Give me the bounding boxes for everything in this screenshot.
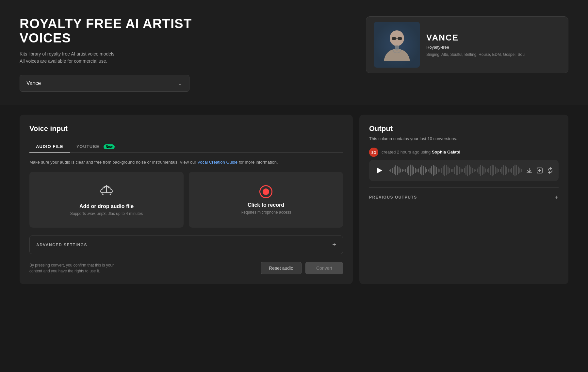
waveform (389, 165, 522, 176)
waveform-bar (421, 165, 422, 175)
record-box[interactable]: Click to record Requires microphone acce… (189, 172, 343, 228)
waveform-bar (464, 168, 465, 173)
svg-text:SG: SG (371, 151, 376, 154)
artist-photo (374, 22, 420, 68)
waveform-bar (472, 168, 473, 173)
waveform-bar (490, 166, 491, 175)
waveform-bar (480, 165, 481, 176)
waveform-bar (416, 169, 417, 172)
waveform-bar (462, 169, 463, 172)
advanced-settings[interactable]: ADVANCED SETTINGS + (29, 235, 343, 254)
waveform-bar (418, 169, 419, 172)
output-title: Output (369, 124, 559, 133)
upload-box[interactable]: Add or drop audio file Supports .wav, .m… (29, 172, 184, 228)
share-button[interactable] (547, 167, 553, 174)
avatar: SG (369, 148, 378, 157)
tab-audio-file[interactable]: AUDIO FILE (29, 141, 70, 152)
waveform-bar (488, 168, 489, 173)
waveform-bar (492, 165, 493, 176)
reset-audio-button[interactable]: Reset audio (261, 262, 302, 274)
waveform-bar (412, 165, 413, 175)
waveform-bar (431, 166, 432, 174)
page-title: ROYALTY FREE AI ARTIST VOICES (20, 16, 209, 45)
waveform-bar (434, 166, 435, 175)
record-dot (263, 188, 269, 195)
waveform-bar (390, 169, 391, 172)
advanced-settings-label: ADVANCED SETTINGS (36, 243, 87, 247)
waveform-bar (436, 167, 437, 174)
waveform-bar (402, 169, 403, 172)
download-button[interactable] (526, 167, 532, 174)
expand-previous-icon: + (555, 194, 559, 201)
input-options: Add or drop audio file Supports .wav, .m… (29, 172, 343, 228)
header-subtitle: Kits library of royalty free AI artist v… (20, 50, 209, 65)
plus-icon: + (332, 241, 336, 249)
waveform-bar (399, 167, 400, 173)
waveform-bar (508, 169, 509, 172)
convert-button[interactable]: Convert (305, 262, 343, 274)
waveform-bar (448, 167, 449, 174)
waveform-bar (415, 168, 416, 173)
waveform-bar (441, 168, 442, 173)
svg-point-2 (390, 30, 404, 46)
artist-card: VANCE Royalty-free Singing, Alto, Soulfu… (366, 16, 568, 73)
waveform-bar (405, 169, 406, 172)
waveform-bar (518, 167, 519, 174)
waveform-bar (500, 169, 501, 172)
waveform-bar (519, 168, 520, 173)
waveform-bar (485, 169, 486, 172)
add-to-playlist-button[interactable] (536, 167, 543, 174)
play-icon (377, 168, 382, 173)
output-description: This column contains your last 10 conver… (369, 136, 559, 141)
waveform-bar (516, 165, 517, 175)
waveform-bar (498, 169, 499, 172)
upload-icon (99, 184, 114, 200)
artist-image (374, 22, 420, 68)
waveform-bar (403, 170, 404, 171)
waveform-bar (420, 167, 421, 174)
waveform-bar (457, 166, 458, 175)
waveform-bar (506, 167, 507, 174)
conversion-meta-text: created 2 hours ago using Sophia Galaté (382, 150, 460, 154)
audio-player (369, 160, 559, 181)
artist-info: VANCE Royalty-free Singing, Alto, Soulfu… (426, 33, 560, 57)
waveform-bar (466, 166, 466, 175)
voice-dropdown[interactable]: Vance ⌄ (20, 75, 189, 92)
waveform-bar (521, 169, 522, 172)
left-header: ROYALTY FREE AI ARTIST VOICES Kits libra… (20, 16, 209, 92)
waveform-bar (413, 167, 414, 174)
waveform-bar (461, 169, 462, 172)
waveform-bar (423, 166, 424, 175)
play-button[interactable] (374, 165, 385, 176)
waveform-bar (410, 165, 411, 176)
waveform-bar (505, 166, 506, 175)
waveform-bar (470, 167, 471, 174)
waveform-bar (511, 168, 512, 173)
previous-outputs[interactable]: PREVIOUS OUTPUTS + (369, 187, 559, 201)
waveform-bar (474, 169, 475, 172)
waveform-bar (444, 165, 445, 176)
output-panel: Output This column contains your last 10… (359, 115, 568, 284)
vocal-guide-link[interactable]: Vocal Creation Guide (197, 160, 237, 165)
artist-badge: Royalty-free (426, 45, 560, 50)
waveform-bar (438, 169, 439, 172)
waveform-bar (439, 169, 440, 172)
artist-name: VANCE (426, 33, 560, 43)
waveform-bar (467, 165, 468, 176)
tab-youtube[interactable]: YOUTUBE New (70, 141, 122, 152)
waveform-bar (400, 169, 401, 172)
upload-box-title: Add or drop audio file (79, 203, 134, 209)
action-buttons: Reset audio Convert (261, 262, 343, 274)
waveform-bar (475, 170, 476, 171)
record-box-title: Click to record (248, 202, 284, 208)
previous-outputs-label: PREVIOUS OUTPUTS (369, 195, 417, 200)
waveform-bar (392, 168, 393, 173)
conversion-meta: SG created 2 hours ago using Sophia Gala… (369, 148, 559, 157)
top-section: ROYALTY FREE AI ARTIST VOICES Kits libra… (0, 0, 588, 105)
waveform-bar (503, 165, 504, 175)
waveform-bar (501, 167, 502, 174)
waveform-bar (451, 169, 452, 172)
waveform-bar (456, 165, 457, 175)
instruction-text: Make sure your audio is clear and free f… (29, 159, 343, 166)
waveform-bar (477, 169, 478, 172)
